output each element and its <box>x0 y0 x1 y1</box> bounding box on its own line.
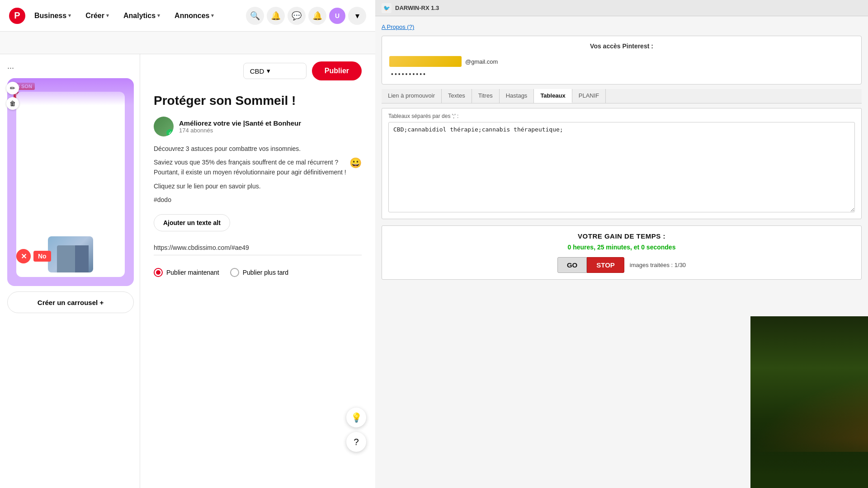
gain-section: VOTRE GAIN DE TEMPS : 0 heures, 25 minut… <box>382 225 862 280</box>
tab-tableaux[interactable]: Tableaux <box>534 89 572 103</box>
main-content: ··· ✏ 🗑 R SON ! <box>0 54 375 488</box>
pin-description-line3: Cliquez sur le lien pour en savoir plus. <box>154 181 362 191</box>
no-text: No <box>33 251 51 262</box>
alerts-button[interactable]: 🔔 <box>308 7 326 25</box>
tableaux-textarea[interactable]: CBD;cannabidiol thérapie;cannabis thérap… <box>388 122 855 212</box>
question-button[interactable]: ? <box>346 432 366 452</box>
form-topbar: CBD ▾ Publier <box>154 54 362 88</box>
tab-planif[interactable]: PLANIF <box>572 89 606 103</box>
help-buttons: 💡 ? <box>346 408 366 452</box>
access-email-row: @gmail.com <box>389 56 854 67</box>
pin-description-line1: Découvrez 3 astuces pour combattre vos i… <box>154 144 362 154</box>
business-chevron: ▾ <box>68 13 71 19</box>
tab-hastags[interactable]: Hastags <box>500 89 534 103</box>
go-button[interactable]: GO <box>557 257 587 273</box>
images-status: images traitées : 1/30 <box>630 262 686 268</box>
url-input[interactable] <box>154 240 362 255</box>
nav-business[interactable]: Business ▾ <box>29 8 76 23</box>
tableaux-separator-label: Tableaux séparés par des ';' : <box>388 113 458 119</box>
account-avatar: ✓ <box>154 117 174 136</box>
delete-button[interactable]: 🗑 <box>6 97 19 110</box>
darwin-tabs: Lien à promouvoir Textes Titres Hastags … <box>382 89 862 103</box>
account-info: ✓ Améliorez votre vie |Santé et Bonheur … <box>154 117 362 136</box>
publish-button[interactable]: Publier <box>312 61 362 80</box>
desktop-background <box>750 316 868 488</box>
messages-button[interactable]: 💬 <box>288 7 306 25</box>
pin-mini-image <box>48 236 93 272</box>
pin-thumbnail: R SON ! ✕ No <box>7 78 134 286</box>
stop-button[interactable]: STOP <box>587 257 624 273</box>
board-name: CBD <box>250 67 264 75</box>
darwin-panel: 🐦 DARWIN-RX 1.3 A Propos (?) Vos accès P… <box>375 0 868 488</box>
annonces-chevron: ▾ <box>211 13 214 19</box>
options-dots[interactable]: ··· <box>7 63 14 73</box>
darwin-titlebar: 🐦 DARWIN-RX 1.3 <box>375 0 868 16</box>
pin-title: Protéger son Sommeil ! <box>154 93 362 108</box>
account-name: Améliorez votre vie |Santé et Bonheur <box>179 119 301 127</box>
no-badge: ✕ No <box>16 249 51 263</box>
publish-now-option[interactable]: Publier maintenant <box>154 268 219 277</box>
notifications-button[interactable]: 🔔 <box>267 7 285 25</box>
access-email-suffix: @gmail.com <box>465 58 498 65</box>
no-x-icon: ✕ <box>16 249 31 263</box>
gain-time: 0 heures, 25 minutes, et 0 secondes <box>389 244 854 251</box>
creer-chevron: ▾ <box>106 13 109 19</box>
lightbulb-button[interactable]: 💡 <box>346 408 366 427</box>
pin-form: CBD ▾ Publier Protéger son Sommeil ! ✓ A… <box>140 54 375 488</box>
account-details: Améliorez votre vie |Santé et Bonheur 17… <box>179 119 301 134</box>
publish-now-radio[interactable] <box>154 268 163 277</box>
apropos-link[interactable]: A Propos (?) <box>382 23 862 31</box>
darwin-title: DARWIN-RX 1.3 <box>395 5 439 11</box>
pin-preview-sidebar: ··· ✏ 🗑 R SON ! <box>0 54 140 488</box>
publish-options: Publier maintenant Publier plus tard <box>154 268 362 277</box>
ground <box>750 474 868 488</box>
more-button[interactable]: ▾ <box>348 7 366 25</box>
pin-hashtag: #dodo <box>154 195 362 205</box>
darwin-app-icon: 🐦 <box>382 3 392 13</box>
carousel-label: Créer un carrousel + <box>38 299 104 306</box>
nav-actions: 🔍 🔔 💬 🔔 U ▾ <box>246 7 366 25</box>
nav-creer[interactable]: Créer ▾ <box>80 8 114 23</box>
account-subscribers: 174 abonnés <box>179 127 301 134</box>
nav-annonces[interactable]: Annonces ▾ <box>169 8 219 23</box>
pinterest-panel: P Business ▾ Créer ▾ Analytics ▾ Annonce… <box>0 0 375 488</box>
publish-later-option[interactable]: Publier plus tard <box>230 268 288 277</box>
tableaux-label-row: Tableaux séparés par des ';' : <box>388 113 855 119</box>
publish-now-label: Publier maintenant <box>166 269 219 276</box>
pinterest-access-section: Vos accès Pinterest : @gmail.com •••••••… <box>382 36 862 84</box>
tab-titres[interactable]: Titres <box>472 89 500 103</box>
edit-button[interactable]: ✏ <box>6 82 19 94</box>
go-stop-row: GO STOP images traitées : 1/30 <box>389 257 854 273</box>
search-button[interactable]: 🔍 <box>246 7 264 25</box>
email-highlight <box>389 56 462 67</box>
access-title: Vos accès Pinterest : <box>389 42 854 50</box>
gain-title: VOTRE GAIN DE TEMPS : <box>389 232 854 240</box>
pinterest-logo[interactable]: P <box>9 8 25 24</box>
publish-later-label: Publier plus tard <box>243 269 288 276</box>
nav-analytics[interactable]: Analytics ▾ <box>118 8 165 23</box>
alt-text-button[interactable]: Ajouter un texte alt <box>154 214 230 231</box>
board-chevron: ▾ <box>267 67 270 75</box>
access-password: •••••••••• <box>389 70 854 78</box>
tab-lien[interactable]: Lien à promouvoir <box>382 89 442 103</box>
tree-silhouette <box>750 438 868 474</box>
board-selector[interactable]: CBD ▾ <box>243 63 307 79</box>
pin-description-line2: Saviez vous que 35% des français souffre… <box>154 157 347 178</box>
tab-textes[interactable]: Textes <box>442 89 472 103</box>
subheader <box>0 32 375 54</box>
navigation: P Business ▾ Créer ▾ Analytics ▾ Annonce… <box>0 0 375 32</box>
analytics-chevron: ▾ <box>157 13 160 19</box>
publish-later-radio[interactable] <box>230 268 239 277</box>
user-avatar[interactable]: U <box>329 8 345 24</box>
emoji-icon: 😀 <box>349 157 362 169</box>
account-check-icon: ✓ <box>166 129 174 136</box>
create-carousel-button[interactable]: Créer un carrousel + <box>7 291 134 313</box>
tableaux-section: Tableaux séparés par des ';' : CBD;canna… <box>382 108 862 219</box>
